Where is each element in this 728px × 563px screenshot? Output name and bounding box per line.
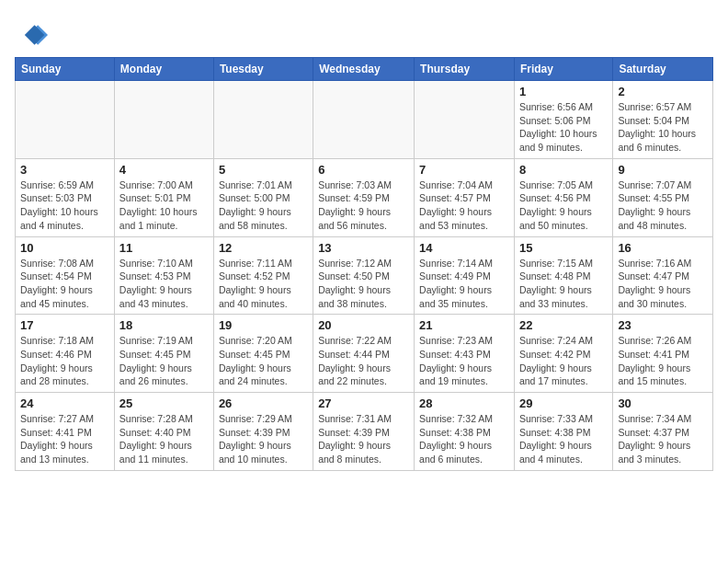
day-info: Sunrise: 7:15 AM Sunset: 4:48 PM Dayligh… xyxy=(519,257,608,311)
day-info: Sunrise: 7:29 AM Sunset: 4:39 PM Dayligh… xyxy=(219,412,308,466)
day-info: Sunrise: 7:03 AM Sunset: 4:59 PM Dayligh… xyxy=(318,178,409,233)
day-info: Sunrise: 6:59 AM Sunset: 5:03 PM Dayligh… xyxy=(20,178,109,233)
header xyxy=(15,15,713,52)
weekday-header-monday: Monday xyxy=(114,58,213,81)
day-number: 27 xyxy=(318,396,409,410)
day-number: 19 xyxy=(219,318,308,332)
day-cell: 8Sunrise: 7:05 AM Sunset: 4:56 PM Daylig… xyxy=(514,158,612,236)
day-number: 24 xyxy=(20,396,109,410)
day-number: 28 xyxy=(419,396,509,410)
day-cell: 27Sunrise: 7:31 AM Sunset: 4:39 PM Dayli… xyxy=(313,393,415,471)
day-cell: 4Sunrise: 7:00 AM Sunset: 5:01 PM Daylig… xyxy=(114,158,213,236)
weekday-header-row: SundayMondayTuesdayWednesdayThursdayFrid… xyxy=(16,58,713,81)
day-info: Sunrise: 7:23 AM Sunset: 4:43 PM Dayligh… xyxy=(419,334,509,388)
day-number: 10 xyxy=(20,241,109,255)
day-cell: 17Sunrise: 7:18 AM Sunset: 4:46 PM Dayli… xyxy=(16,315,115,393)
weekday-header-wednesday: Wednesday xyxy=(313,58,415,81)
day-cell: 16Sunrise: 7:16 AM Sunset: 4:47 PM Dayli… xyxy=(613,236,713,315)
day-cell: 1Sunrise: 6:56 AM Sunset: 5:06 PM Daylig… xyxy=(514,81,612,159)
day-cell: 26Sunrise: 7:29 AM Sunset: 4:39 PM Dayli… xyxy=(213,393,313,471)
day-info: Sunrise: 7:18 AM Sunset: 4:46 PM Dayligh… xyxy=(20,334,109,388)
day-number: 15 xyxy=(519,241,608,255)
day-number: 4 xyxy=(119,163,209,177)
day-cell: 6Sunrise: 7:03 AM Sunset: 4:59 PM Daylig… xyxy=(313,158,415,236)
day-cell: 7Sunrise: 7:04 AM Sunset: 4:57 PM Daylig… xyxy=(415,158,515,236)
weekday-header-sunday: Sunday xyxy=(16,58,115,81)
day-cell: 10Sunrise: 7:08 AM Sunset: 4:54 PM Dayli… xyxy=(16,236,115,315)
weekday-header-saturday: Saturday xyxy=(613,58,713,81)
day-cell: 12Sunrise: 7:11 AM Sunset: 4:52 PM Dayli… xyxy=(213,236,313,315)
weekday-header-thursday: Thursday xyxy=(415,58,515,81)
day-cell: 22Sunrise: 7:24 AM Sunset: 4:42 PM Dayli… xyxy=(514,315,612,393)
day-info: Sunrise: 7:10 AM Sunset: 4:53 PM Dayligh… xyxy=(119,257,209,311)
day-cell: 11Sunrise: 7:10 AM Sunset: 4:53 PM Dayli… xyxy=(114,236,213,315)
day-number: 14 xyxy=(419,241,509,255)
day-info: Sunrise: 6:56 AM Sunset: 5:06 PM Dayligh… xyxy=(519,100,608,155)
day-cell: 28Sunrise: 7:32 AM Sunset: 4:38 PM Dayli… xyxy=(415,393,515,471)
day-number: 30 xyxy=(618,396,708,410)
weekday-header-friday: Friday xyxy=(514,58,612,81)
week-row-5: 24Sunrise: 7:27 AM Sunset: 4:41 PM Dayli… xyxy=(16,393,713,471)
week-row-2: 3Sunrise: 6:59 AM Sunset: 5:03 PM Daylig… xyxy=(16,158,713,236)
day-cell: 21Sunrise: 7:23 AM Sunset: 4:43 PM Dayli… xyxy=(415,315,515,393)
day-info: Sunrise: 7:12 AM Sunset: 4:50 PM Dayligh… xyxy=(318,257,409,311)
day-number: 6 xyxy=(318,163,409,177)
day-info: Sunrise: 7:19 AM Sunset: 4:45 PM Dayligh… xyxy=(119,334,209,388)
day-number: 9 xyxy=(618,163,708,177)
day-number: 21 xyxy=(419,318,509,332)
logo-icon xyxy=(15,18,48,52)
day-number: 26 xyxy=(219,396,308,410)
day-info: Sunrise: 7:33 AM Sunset: 4:38 PM Dayligh… xyxy=(519,412,608,466)
day-number: 3 xyxy=(20,163,109,177)
day-info: Sunrise: 7:16 AM Sunset: 4:47 PM Dayligh… xyxy=(618,257,708,311)
day-number: 1 xyxy=(519,85,608,98)
day-cell xyxy=(114,81,213,159)
day-cell: 5Sunrise: 7:01 AM Sunset: 5:00 PM Daylig… xyxy=(213,158,313,236)
day-info: Sunrise: 7:05 AM Sunset: 4:56 PM Dayligh… xyxy=(519,178,608,233)
day-info: Sunrise: 7:34 AM Sunset: 4:37 PM Dayligh… xyxy=(618,412,708,466)
day-cell: 13Sunrise: 7:12 AM Sunset: 4:50 PM Dayli… xyxy=(313,236,415,315)
day-number: 2 xyxy=(618,85,708,98)
day-info: Sunrise: 7:26 AM Sunset: 4:41 PM Dayligh… xyxy=(618,334,708,388)
day-info: Sunrise: 7:31 AM Sunset: 4:39 PM Dayligh… xyxy=(318,412,409,466)
day-info: Sunrise: 7:27 AM Sunset: 4:41 PM Dayligh… xyxy=(20,412,109,466)
day-cell: 18Sunrise: 7:19 AM Sunset: 4:45 PM Dayli… xyxy=(114,315,213,393)
day-info: Sunrise: 7:28 AM Sunset: 4:40 PM Dayligh… xyxy=(119,412,209,466)
day-number: 17 xyxy=(20,318,109,332)
day-number: 11 xyxy=(119,241,209,255)
day-cell: 9Sunrise: 7:07 AM Sunset: 4:55 PM Daylig… xyxy=(613,158,713,236)
day-number: 7 xyxy=(419,163,509,177)
day-info: Sunrise: 7:11 AM Sunset: 4:52 PM Dayligh… xyxy=(219,257,308,311)
day-cell: 25Sunrise: 7:28 AM Sunset: 4:40 PM Dayli… xyxy=(114,393,213,471)
day-info: Sunrise: 7:14 AM Sunset: 4:49 PM Dayligh… xyxy=(419,257,509,311)
day-cell: 29Sunrise: 7:33 AM Sunset: 4:38 PM Dayli… xyxy=(514,393,612,471)
day-number: 13 xyxy=(318,241,409,255)
day-cell: 23Sunrise: 7:26 AM Sunset: 4:41 PM Dayli… xyxy=(613,315,713,393)
day-cell xyxy=(415,81,515,159)
day-cell: 20Sunrise: 7:22 AM Sunset: 4:44 PM Dayli… xyxy=(313,315,415,393)
day-cell: 3Sunrise: 6:59 AM Sunset: 5:03 PM Daylig… xyxy=(16,158,115,236)
day-info: Sunrise: 7:22 AM Sunset: 4:44 PM Dayligh… xyxy=(318,334,409,388)
day-info: Sunrise: 7:00 AM Sunset: 5:01 PM Dayligh… xyxy=(119,178,209,233)
day-number: 5 xyxy=(219,163,308,177)
day-cell: 14Sunrise: 7:14 AM Sunset: 4:49 PM Dayli… xyxy=(415,236,515,315)
day-number: 16 xyxy=(618,241,708,255)
day-cell: 30Sunrise: 7:34 AM Sunset: 4:37 PM Dayli… xyxy=(613,393,713,471)
day-info: Sunrise: 7:08 AM Sunset: 4:54 PM Dayligh… xyxy=(20,257,109,311)
week-row-3: 10Sunrise: 7:08 AM Sunset: 4:54 PM Dayli… xyxy=(16,236,713,315)
day-info: Sunrise: 7:01 AM Sunset: 5:00 PM Dayligh… xyxy=(219,178,308,233)
day-info: Sunrise: 7:07 AM Sunset: 4:55 PM Dayligh… xyxy=(618,178,708,233)
weekday-header-tuesday: Tuesday xyxy=(213,58,313,81)
day-cell: 2Sunrise: 6:57 AM Sunset: 5:04 PM Daylig… xyxy=(613,81,713,159)
day-number: 20 xyxy=(318,318,409,332)
day-info: Sunrise: 7:24 AM Sunset: 4:42 PM Dayligh… xyxy=(519,334,608,388)
day-cell: 15Sunrise: 7:15 AM Sunset: 4:48 PM Dayli… xyxy=(514,236,612,315)
day-cell xyxy=(16,81,115,159)
day-number: 29 xyxy=(519,396,608,410)
day-number: 23 xyxy=(618,318,708,332)
day-info: Sunrise: 7:20 AM Sunset: 4:45 PM Dayligh… xyxy=(219,334,308,388)
day-info: Sunrise: 7:32 AM Sunset: 4:38 PM Dayligh… xyxy=(419,412,509,466)
week-row-4: 17Sunrise: 7:18 AM Sunset: 4:46 PM Dayli… xyxy=(16,315,713,393)
day-cell: 24Sunrise: 7:27 AM Sunset: 4:41 PM Dayli… xyxy=(16,393,115,471)
day-cell: 19Sunrise: 7:20 AM Sunset: 4:45 PM Dayli… xyxy=(213,315,313,393)
